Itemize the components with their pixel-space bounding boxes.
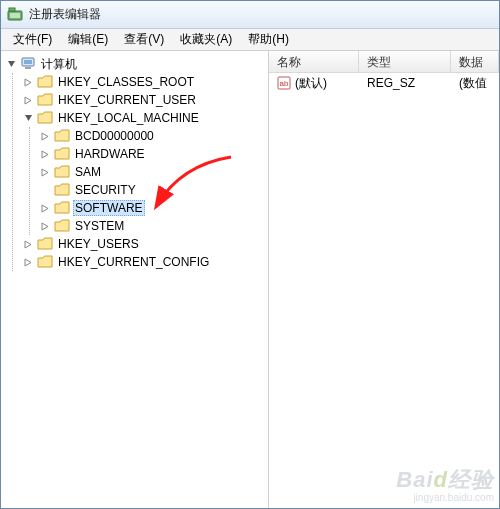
expand-icon[interactable]	[39, 166, 51, 178]
expand-icon[interactable]	[39, 148, 51, 160]
expand-icon[interactable]	[22, 256, 34, 268]
svg-text:ab: ab	[280, 79, 289, 88]
tree-node-sam[interactable]: SAM	[39, 163, 268, 181]
folder-icon	[54, 165, 70, 179]
expand-icon[interactable]	[22, 94, 34, 106]
folder-icon	[54, 201, 70, 215]
tree-node-software[interactable]: SOFTWARE	[39, 199, 268, 217]
folder-icon	[54, 147, 70, 161]
column-header-data[interactable]: 数据	[451, 51, 499, 72]
tree-label: SYSTEM	[73, 219, 126, 233]
window-title: 注册表编辑器	[29, 6, 101, 23]
string-value-icon: ab	[277, 76, 291, 90]
collapse-icon[interactable]	[5, 58, 17, 70]
folder-icon	[37, 75, 53, 89]
list-row[interactable]: ab (默认) REG_SZ (数值	[269, 73, 499, 93]
tree-label: 计算机	[39, 56, 79, 73]
registry-editor-window: 注册表编辑器 文件(F) 编辑(E) 查看(V) 收藏夹(A) 帮助(H)	[0, 0, 500, 509]
column-header-name[interactable]: 名称	[269, 51, 359, 72]
tree-label: HKEY_USERS	[56, 237, 141, 251]
menu-help[interactable]: 帮助(H)	[240, 29, 297, 50]
folder-icon	[54, 183, 70, 197]
tree-node-bcd[interactable]: BCD00000000	[39, 127, 268, 145]
svg-rect-4	[24, 60, 32, 64]
tree-node-hklm[interactable]: HKEY_LOCAL_MACHINE	[22, 109, 268, 127]
menu-file[interactable]: 文件(F)	[5, 29, 60, 50]
client-area: 计算机 HKEY_CLASSES_ROOT	[1, 51, 499, 508]
tree-label: SAM	[73, 165, 103, 179]
folder-icon	[37, 93, 53, 107]
expand-icon[interactable]	[22, 238, 34, 250]
values-pane: 名称 类型 数据 ab (默认) REG_SZ	[269, 51, 499, 508]
tree-node-hku[interactable]: HKEY_USERS	[22, 235, 268, 253]
svg-rect-2	[9, 8, 15, 11]
tree-label: HKEY_CLASSES_ROOT	[56, 75, 196, 89]
value-name: (默认)	[295, 75, 327, 92]
tree-label: SOFTWARE	[73, 200, 145, 216]
titlebar[interactable]: 注册表编辑器	[1, 1, 499, 29]
tree-label: HARDWARE	[73, 147, 147, 161]
menubar: 文件(F) 编辑(E) 查看(V) 收藏夹(A) 帮助(H)	[1, 29, 499, 51]
menu-view[interactable]: 查看(V)	[116, 29, 172, 50]
value-data: (数值	[451, 73, 499, 94]
computer-icon	[20, 56, 36, 72]
folder-icon	[37, 237, 53, 251]
tree-node-computer[interactable]: 计算机	[5, 55, 268, 73]
folder-icon	[37, 255, 53, 269]
tree-label: HKEY_CURRENT_CONFIG	[56, 255, 211, 269]
svg-rect-5	[25, 67, 31, 69]
expand-icon[interactable]	[39, 130, 51, 142]
tree-node-system[interactable]: SYSTEM	[39, 217, 268, 235]
tree-node-hkcu[interactable]: HKEY_CURRENT_USER	[22, 91, 268, 109]
tree-label: HKEY_CURRENT_USER	[56, 93, 198, 107]
expand-icon[interactable]	[39, 202, 51, 214]
folder-icon	[54, 129, 70, 143]
tree-node-hkcc[interactable]: HKEY_CURRENT_CONFIG	[22, 253, 268, 271]
tree-node-security[interactable]: SECURITY	[39, 181, 268, 199]
list-body[interactable]: ab (默认) REG_SZ (数值	[269, 73, 499, 508]
expand-icon[interactable]	[22, 76, 34, 88]
svg-rect-1	[10, 13, 20, 18]
collapse-icon[interactable]	[22, 112, 34, 124]
tree-pane[interactable]: 计算机 HKEY_CLASSES_ROOT	[1, 51, 269, 508]
folder-icon	[54, 219, 70, 233]
folder-icon	[37, 111, 53, 125]
value-type: REG_SZ	[359, 74, 451, 92]
expand-icon[interactable]	[39, 220, 51, 232]
tree-node-hkcr[interactable]: HKEY_CLASSES_ROOT	[22, 73, 268, 91]
menu-edit[interactable]: 编辑(E)	[60, 29, 116, 50]
menu-favorites[interactable]: 收藏夹(A)	[172, 29, 240, 50]
tree-label: HKEY_LOCAL_MACHINE	[56, 111, 201, 125]
app-icon	[7, 7, 23, 23]
tree-label: SECURITY	[73, 183, 138, 197]
list-header: 名称 类型 数据	[269, 51, 499, 73]
column-header-type[interactable]: 类型	[359, 51, 451, 72]
tree-label: BCD00000000	[73, 129, 156, 143]
tree-node-hardware[interactable]: HARDWARE	[39, 145, 268, 163]
